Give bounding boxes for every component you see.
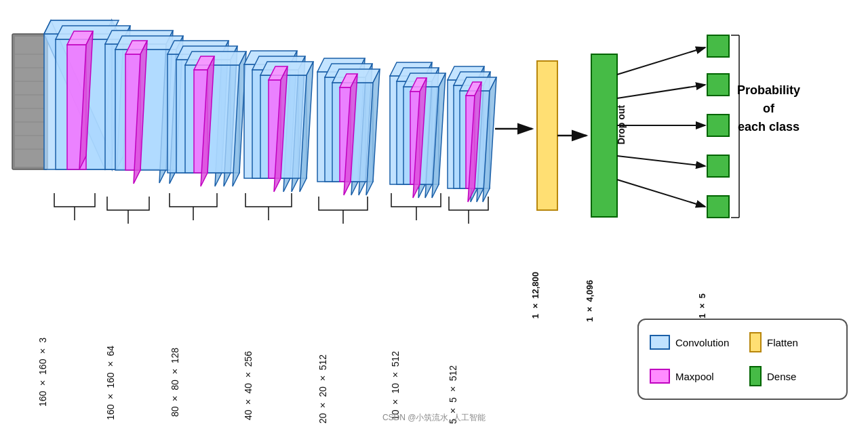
svg-marker-72 [397,68,439,81]
svg-rect-101 [707,35,729,57]
svg-rect-32 [167,54,222,173]
dense-legend-box [749,366,762,386]
label-group3: 80 × 80 × 128 [170,348,180,417]
svg-marker-25 [159,30,173,183]
svg-rect-65 [340,87,351,182]
svg-marker-81 [448,66,484,80]
svg-marker-90 [466,82,481,96]
svg-marker-45 [244,51,297,64]
svg-marker-34 [215,41,229,186]
svg-rect-3 [15,37,45,167]
svg-rect-53 [269,80,281,178]
svg-marker-19 [117,26,130,169]
svg-rect-44 [244,64,290,178]
svg-marker-70 [418,62,432,198]
svg-rect-62 [332,83,373,182]
conv-legend-label: Convolution [675,337,729,348]
svg-rect-35 [176,60,231,173]
svg-marker-88 [483,77,496,202]
svg-marker-14 [44,20,112,169]
svg-marker-76 [432,73,446,198]
svg-rect-17 [56,39,123,169]
svg-marker-58 [351,58,365,195]
svg-rect-29 [125,54,140,170]
svg-marker-31 [134,41,147,184]
svg-marker-27 [115,36,183,49]
svg-marker-33 [167,41,229,54]
svg-rect-23 [105,44,166,169]
svg-rect-26 [115,49,176,170]
svg-marker-48 [252,56,305,70]
svg-marker-16 [44,20,119,34]
svg-marker-24 [105,30,173,44]
legend-conv: Convolution [650,335,736,350]
watermark: CSDN @小筑流水_人工智能 [382,412,486,424]
svg-marker-54 [269,66,288,80]
input-image [12,34,47,169]
svg-rect-50 [260,75,307,178]
svg-marker-75 [403,73,446,87]
svg-marker-30 [125,41,147,54]
svg-marker-67 [344,74,357,195]
svg-marker-60 [325,64,372,77]
label-group1: 160 × 160 × 3 [37,338,48,407]
svg-rect-104 [707,155,729,177]
label-group2: 160 × 160 × 64 [105,346,116,420]
svg-rect-41 [194,70,208,173]
svg-marker-79 [413,78,427,198]
svg-marker-42 [194,56,214,70]
svg-marker-51 [260,62,313,75]
svg-rect-47 [252,70,298,178]
svg-marker-63 [332,69,380,83]
svg-rect-80 [448,80,477,188]
svg-rect-77 [410,92,420,184]
svg-rect-59 [325,77,366,182]
svg-line-97 [617,85,705,98]
svg-rect-2 [12,34,47,169]
svg-rect-56 [317,72,358,182]
label-group5: 20 × 20 × 512 [317,354,328,424]
svg-rect-71 [397,81,432,184]
svg-marker-91 [468,82,481,202]
svg-marker-46 [283,51,297,192]
svg-line-100 [617,180,705,207]
svg-marker-40 [233,52,246,186]
svg-marker-28 [170,36,183,184]
svg-marker-61 [359,64,372,195]
svg-rect-86 [460,91,490,188]
svg-marker-78 [410,78,427,92]
legend: Convolution Flatten Maxpool Dense [637,319,848,400]
svg-marker-64 [366,69,380,195]
svg-line-96 [617,47,705,75]
svg-marker-69 [390,62,432,76]
svg-marker-12 [44,20,112,34]
svg-marker-18 [56,26,130,39]
svg-marker-22 [79,31,93,169]
svg-marker-36 [176,46,237,60]
svg-rect-105 [707,196,729,218]
output-label: 1 × 5 [697,293,707,319]
svg-marker-37 [224,46,237,186]
dense-label: 1 × 4,096 [585,280,595,322]
svg-rect-103 [707,115,729,136]
main-container: 160 × 160 × 3 160 × 160 × 64 80 × 80 × 1… [0,0,868,427]
svg-rect-89 [466,96,475,188]
svg-rect-38 [185,65,239,173]
label-group6: 10 × 10 × 512 [390,351,401,420]
svg-line-99 [617,156,705,166]
svg-rect-95 [591,54,617,217]
svg-marker-55 [274,66,288,192]
svg-marker-57 [317,58,365,72]
pool-legend-box [650,369,670,384]
probability-text: Probabilityofeach class [737,81,800,136]
svg-rect-74 [403,87,439,184]
dropout-label: Drop out [616,105,627,144]
legend-dense: Dense [749,366,835,386]
dense-legend-label: Dense [767,371,796,382]
svg-marker-84 [454,72,490,85]
label-group4: 40 × 40 × 256 [243,351,254,420]
flatten-label: 1 × 12,800 [530,272,540,319]
svg-marker-49 [292,56,305,192]
svg-marker-87 [460,77,496,91]
legend-pool: Maxpool [650,369,736,384]
